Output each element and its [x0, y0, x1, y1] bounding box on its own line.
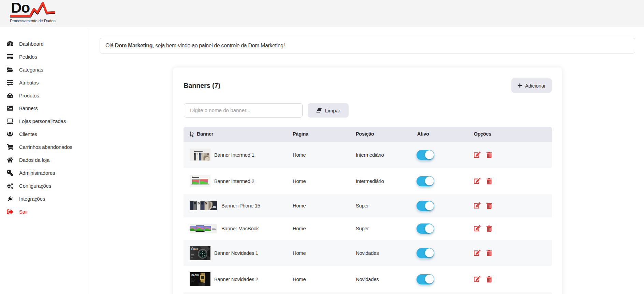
svg-text:Do: Do — [11, 0, 30, 16]
svg-text:CASIO: CASIO — [191, 274, 199, 276]
svg-text:ROLEX: ROLEX — [191, 248, 198, 250]
svg-text:Processamento de Dados: Processamento de Dados — [10, 18, 56, 23]
svg-text:Z: Z — [192, 134, 193, 137]
